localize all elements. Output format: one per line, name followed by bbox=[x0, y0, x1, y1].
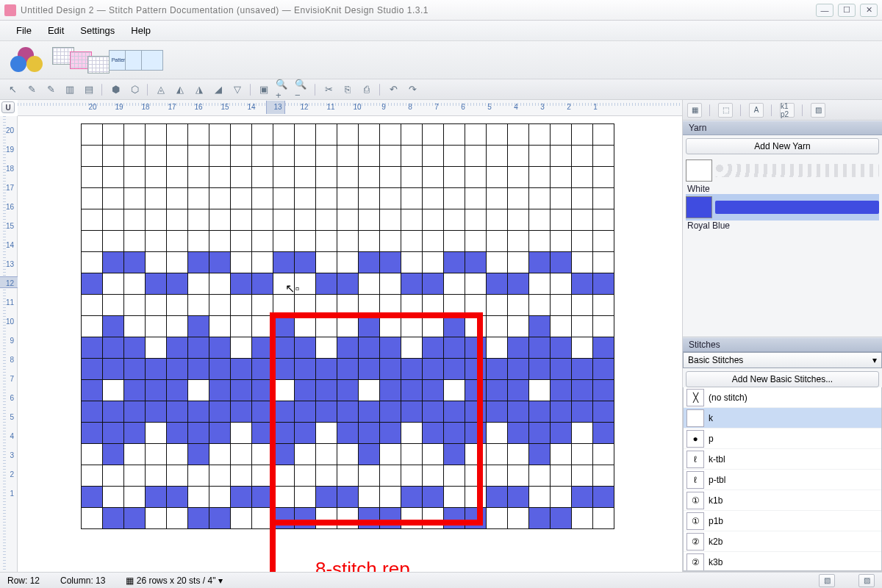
canvas[interactable]: U 2019181716151413121110987654321 201918… bbox=[0, 100, 682, 572]
menu-help[interactable]: Help bbox=[131, 25, 151, 36]
tool-button[interactable]: ↶ bbox=[385, 82, 401, 98]
tool-button[interactable]: ▽ bbox=[229, 82, 245, 98]
side-tool-button[interactable]: ▦ bbox=[687, 103, 702, 118]
yarn-name: Royal Blue bbox=[686, 220, 879, 231]
side-tool-button[interactable]: A bbox=[749, 103, 764, 118]
status-button-1[interactable]: ▧ bbox=[819, 574, 835, 587]
minimize-button[interactable]: — bbox=[816, 4, 833, 17]
tool-button[interactable]: ◮ bbox=[191, 82, 207, 98]
stitch-label: k2b bbox=[709, 537, 723, 547]
menu-file[interactable]: File bbox=[16, 25, 32, 36]
main-toolbar: Pattern bbox=[0, 41, 882, 79]
yarn-swatch bbox=[686, 196, 712, 218]
tool-button[interactable]: ◢ bbox=[210, 82, 226, 98]
tool-button[interactable]: 🔍+ bbox=[275, 82, 291, 98]
work-area: U 2019181716151413121110987654321 201918… bbox=[0, 100, 882, 572]
stitch-row[interactable]: ②k3b bbox=[684, 552, 881, 571]
maximize-button[interactable]: ☐ bbox=[838, 4, 856, 17]
stitch-icon: ℓ bbox=[686, 471, 704, 489]
tools-toolbar: ↖✎✎▥▤│⬢⬡│◬◭◮◢▽│▣🔍+🔍−│✂⎘⎙│↶↷ bbox=[0, 79, 882, 100]
stitch-category-label: Basic Stitches bbox=[688, 355, 743, 365]
side-tool-button[interactable]: ▨ bbox=[811, 103, 825, 118]
yarn-wave bbox=[715, 164, 879, 177]
window-title: Untitled Design 2 — Stitch Pattern Docum… bbox=[21, 5, 816, 15]
side-panels: ▦│⬚│A│k1 p2│▨ Yarn Add New Yarn White Ro… bbox=[682, 100, 882, 572]
stitch-label: p bbox=[709, 434, 714, 444]
tool-button[interactable]: ▥ bbox=[62, 82, 78, 98]
stitch-row[interactable]: ②k2b bbox=[684, 531, 881, 552]
tool-button[interactable]: ⎙ bbox=[359, 82, 375, 98]
stitch-icon: ╳ bbox=[686, 389, 704, 406]
vertical-ruler: 2019181716151413121110987654321 bbox=[0, 116, 18, 572]
side-tool-button[interactable]: ⬚ bbox=[718, 103, 733, 118]
stitch-row[interactable]: ╳(no stitch) bbox=[684, 387, 881, 408]
stitch-icon: ① bbox=[686, 492, 704, 509]
status-button-2[interactable]: ▨ bbox=[858, 574, 875, 587]
side-toolbar: ▦│⬚│A│k1 p2│▨ bbox=[683, 100, 882, 121]
stitch-row[interactable]: ●p bbox=[684, 429, 881, 449]
separator: │ bbox=[146, 82, 150, 98]
stitch-row[interactable]: ℓp-tbl bbox=[684, 470, 881, 490]
add-stitch-button[interactable]: Add New Basic Stitches... bbox=[686, 371, 879, 387]
repeat-label: 8-stitch rep bbox=[315, 558, 410, 572]
ruler-corner[interactable]: U bbox=[1, 101, 15, 113]
yarn-panel-header: Yarn bbox=[683, 121, 882, 135]
window-buttons: — ☐ ✕ bbox=[816, 4, 878, 17]
yarn-panel: Yarn Add New Yarn White Royal Blue bbox=[683, 121, 882, 337]
stitch-row[interactable]: ℓk-tbl bbox=[684, 449, 881, 470]
yarn-name: White bbox=[686, 184, 879, 194]
stitches-panel: Stitches Basic Stitches▾ Add New Basic S… bbox=[683, 337, 882, 572]
stitch-row[interactable]: k bbox=[684, 408, 881, 429]
tool-button[interactable]: ⬡ bbox=[126, 82, 143, 98]
menu-bar: File Edit Settings Help bbox=[0, 21, 882, 41]
yarn-row[interactable] bbox=[686, 194, 879, 220]
yarn-row[interactable] bbox=[686, 157, 879, 184]
tool-button[interactable]: ✂ bbox=[320, 82, 337, 98]
stitch-category-select[interactable]: Basic Stitches▾ bbox=[683, 352, 882, 368]
yarn-palette-button[interactable] bbox=[7, 46, 47, 75]
side-tool-button[interactable]: k1 p2 bbox=[780, 103, 795, 118]
menu-edit[interactable]: Edit bbox=[48, 25, 64, 36]
stitch-label: k bbox=[709, 413, 713, 423]
patterns-button[interactable]: Pattern bbox=[119, 46, 159, 75]
tool-button[interactable]: ↖ bbox=[4, 82, 21, 98]
add-yarn-button[interactable]: Add New Yarn bbox=[686, 138, 879, 154]
stitch-label: p1b bbox=[709, 516, 723, 526]
stitch-icon: ● bbox=[686, 430, 704, 448]
stitch-row[interactable]: ①k1b bbox=[684, 490, 881, 511]
tool-button[interactable]: ✎ bbox=[24, 82, 40, 98]
status-column: Column: 13 bbox=[60, 576, 105, 586]
separator: │ bbox=[770, 102, 774, 118]
charts-button[interactable] bbox=[63, 46, 103, 75]
tool-button[interactable]: ▤ bbox=[81, 82, 97, 98]
tool-button[interactable]: 🔍− bbox=[294, 82, 310, 98]
stitch-label: k3b bbox=[709, 557, 723, 567]
stitch-label: k1b bbox=[709, 495, 723, 506]
separator: │ bbox=[708, 102, 712, 118]
stitch-icon: ℓ bbox=[686, 451, 704, 468]
tool-button[interactable]: ▣ bbox=[256, 82, 272, 98]
separator: │ bbox=[800, 102, 805, 118]
menu-settings[interactable]: Settings bbox=[80, 25, 115, 36]
stitch-icon: ① bbox=[686, 512, 704, 530]
repeat-highlight-tail bbox=[270, 526, 276, 572]
tool-button[interactable]: ⎘ bbox=[340, 82, 356, 98]
status-row: Row: 12 bbox=[7, 576, 40, 586]
stitch-icon: ② bbox=[686, 553, 704, 571]
stitch-icon bbox=[686, 409, 704, 427]
stitch-list[interactable]: ╳(no stitch) k●pℓk-tblℓp-tbl①k1b①p1b②k2b… bbox=[683, 387, 882, 571]
separator: │ bbox=[248, 82, 253, 98]
stitch-label: p-tbl bbox=[709, 475, 725, 485]
tool-button[interactable]: ↷ bbox=[404, 82, 420, 98]
tool-button[interactable]: ◬ bbox=[153, 82, 169, 98]
close-button[interactable]: ✕ bbox=[860, 4, 878, 17]
status-gauge[interactable]: ▦ 26 rows x 20 sts / 4" ▾ bbox=[126, 576, 222, 586]
tool-button[interactable]: ✎ bbox=[43, 82, 59, 98]
separator: │ bbox=[100, 82, 104, 98]
status-bar: Row: 12 Column: 13 ▦ 26 rows x 20 sts / … bbox=[0, 572, 882, 588]
separator: │ bbox=[378, 82, 382, 98]
stitch-row[interactable]: ①p1b bbox=[684, 511, 881, 531]
tool-button[interactable]: ⬢ bbox=[107, 82, 123, 98]
tool-button[interactable]: ◭ bbox=[172, 82, 188, 98]
stitch-label: k-tbl bbox=[709, 454, 725, 465]
